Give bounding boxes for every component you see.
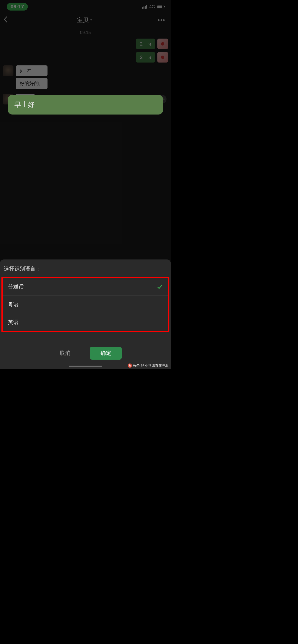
language-option-english[interactable]: 英语 <box>3 314 168 331</box>
avatar[interactable] <box>158 52 168 62</box>
text-message[interactable]: 好的好的。 <box>16 78 48 89</box>
message-row: 2'' <box>3 52 168 62</box>
language-option-cantonese[interactable]: 粤语 <box>3 296 168 314</box>
voice-wave-icon <box>147 55 151 60</box>
transcription-preview: 早上好 <box>8 95 163 114</box>
back-button[interactable] <box>3 16 8 24</box>
speaker-icon <box>90 18 94 23</box>
message-row: 2'' 好的好的。 <box>3 66 168 91</box>
more-button[interactable]: ••• <box>158 17 166 23</box>
status-right: 4G <box>142 4 164 9</box>
status-bar: 09:17 4G <box>0 0 171 14</box>
sheet-buttons: 取消 确定 <box>0 347 171 360</box>
network-label: 4G <box>149 4 155 9</box>
home-indicator[interactable] <box>69 366 102 367</box>
watermark: 头 头条 @ 小猪佩奇在冲浪 <box>128 364 169 368</box>
language-label: 普通话 <box>8 283 24 290</box>
voice-duration: 2'' <box>140 54 144 60</box>
annotation-highlight: 普通话 粤语 英语 <box>2 277 169 332</box>
voice-message[interactable]: 2'' <box>136 38 155 49</box>
cancel-button[interactable]: 取消 <box>49 347 81 360</box>
nav-bar: 宝贝 ••• <box>0 14 171 27</box>
voice-wave-icon <box>147 42 151 46</box>
language-option-mandarin[interactable]: 普通话 <box>3 278 168 296</box>
voice-message[interactable]: 2'' <box>16 66 48 76</box>
battery-icon <box>157 5 164 8</box>
status-time: 09:17 <box>7 3 28 10</box>
voice-duration: 2'' <box>26 68 31 74</box>
language-label: 粤语 <box>8 301 19 308</box>
chat-title-text: 宝贝 <box>77 16 89 24</box>
chat-timestamp: 09:15 <box>3 30 168 35</box>
voice-wave-icon <box>20 68 24 73</box>
message-row: 2'' <box>3 38 168 49</box>
language-sheet: 选择识别语言： 普通话 粤语 英语 取消 确定 <box>0 260 171 369</box>
confirm-button[interactable]: 确定 <box>90 347 122 360</box>
sheet-title: 选择识别语言： <box>0 260 171 277</box>
watermark-brand: 头条 <box>133 364 140 368</box>
voice-message[interactable]: 2'' <box>136 52 155 62</box>
avatar[interactable] <box>3 66 14 76</box>
watermark-logo-icon: 头 <box>128 364 132 368</box>
check-icon <box>157 284 163 290</box>
avatar[interactable] <box>158 38 168 49</box>
language-label: 英语 <box>8 319 19 326</box>
transcription-text: 早上好 <box>14 101 35 108</box>
watermark-author: @ 小猪佩奇在冲浪 <box>140 364 169 368</box>
signal-icon <box>142 5 147 8</box>
voice-duration: 2'' <box>140 41 144 47</box>
chat-title: 宝贝 <box>77 16 94 24</box>
